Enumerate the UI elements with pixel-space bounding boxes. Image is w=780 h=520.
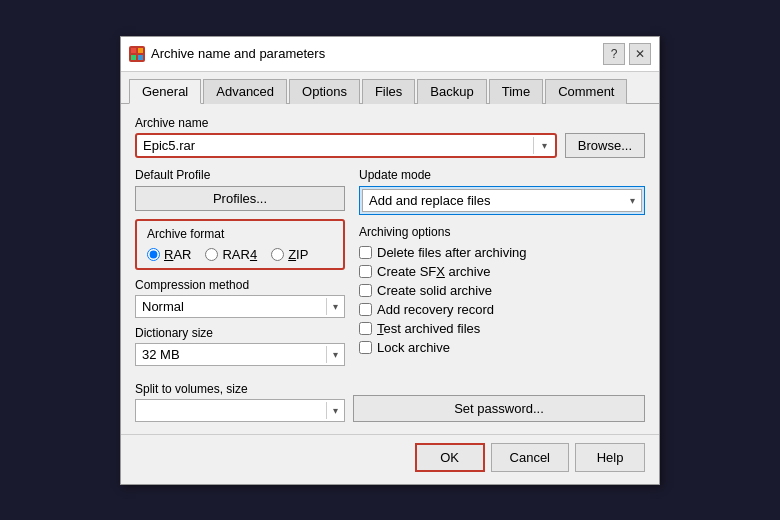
radio-zip-label: ZIP [288,247,308,262]
update-mode-label: Update mode [359,168,645,182]
radio-zip-input[interactable] [271,248,284,261]
tab-backup[interactable]: Backup [417,79,486,104]
tab-general[interactable]: General [129,79,201,104]
svg-rect-2 [131,55,136,60]
archive-name-dropdown-arrow[interactable]: ▾ [533,137,555,154]
archiving-options-section: Archiving options Delete files after arc… [359,225,645,355]
dictionary-label: Dictionary size [135,326,345,340]
split-value [136,400,326,421]
checkbox-create-sfx[interactable] [359,265,372,278]
option-create-solid[interactable]: Create solid archive [359,283,645,298]
title-bar: Archive name and parameters ? ✕ [121,37,659,72]
option-create-solid-label: Create solid archive [377,283,492,298]
compression-select[interactable]: Normal ▾ [135,295,345,318]
archiving-options-label: Archiving options [359,225,645,239]
archive-format-radio-group: RAR RAR4 ZIP [147,247,333,262]
checkbox-lock-archive[interactable] [359,341,372,354]
split-input[interactable]: ▾ [135,399,345,422]
help-icon-btn[interactable]: ? [603,43,625,65]
window-controls: ? ✕ [603,43,651,65]
dialog-buttons: OK Cancel Help [121,434,659,484]
option-lock-archive[interactable]: Lock archive [359,340,645,355]
update-mode-value: Add and replace files [369,193,626,208]
dictionary-value: 32 MB [136,344,326,365]
svg-rect-1 [138,48,143,53]
tab-advanced[interactable]: Advanced [203,79,287,104]
tab-bar: General Advanced Options Files Backup Ti… [121,72,659,104]
update-mode-section: Update mode Add and replace files ▾ [359,168,645,215]
option-delete-files[interactable]: Delete files after archiving [359,245,645,260]
help-button[interactable]: Help [575,443,645,472]
option-create-sfx-label: Create SFX archive [377,264,490,279]
option-test-files-label: Test archived files [377,321,480,336]
default-profile-label: Default Profile [135,168,345,182]
radio-rar4-label: RAR4 [222,247,257,262]
compression-value: Normal [136,296,326,317]
option-delete-files-label: Delete files after archiving [377,245,527,260]
close-button[interactable]: ✕ [629,43,651,65]
app-icon [129,46,145,62]
dictionary-select[interactable]: 32 MB ▾ [135,343,345,366]
compression-section: Compression method Normal ▾ [135,278,345,318]
compression-arrow[interactable]: ▾ [326,298,344,315]
archive-format-box: Archive format RAR RAR4 ZIP [135,219,345,270]
profiles-button[interactable]: Profiles... [135,186,345,211]
default-profile-section: Default Profile Profiles... [135,168,345,211]
tab-options[interactable]: Options [289,79,360,104]
checkbox-delete-files[interactable] [359,246,372,259]
left-column: Default Profile Profiles... Archive form… [135,168,345,374]
dialog: Archive name and parameters ? ✕ General … [120,36,660,485]
checkbox-create-solid[interactable] [359,284,372,297]
compression-label: Compression method [135,278,345,292]
option-create-sfx[interactable]: Create SFX archive [359,264,645,279]
ok-button[interactable]: OK [415,443,485,472]
archive-name-input[interactable] [137,135,533,156]
checkbox-test-files[interactable] [359,322,372,335]
dictionary-arrow[interactable]: ▾ [326,346,344,363]
svg-rect-3 [138,55,143,60]
checkbox-add-recovery[interactable] [359,303,372,316]
dialog-content: Archive name ▾ Browse... Default Profile… [121,104,659,434]
radio-rar-input[interactable] [147,248,160,261]
update-mode-arrow[interactable]: ▾ [630,195,635,206]
bottom-row: Split to volumes, size ▾ Set password...… [135,382,645,422]
browse-button[interactable]: Browse... [565,133,645,158]
option-test-files[interactable]: Test archived files [359,321,645,336]
archive-name-label: Archive name [135,116,557,130]
radio-zip[interactable]: ZIP [271,247,308,262]
tab-comment[interactable]: Comment [545,79,627,104]
update-mode-wrap: Add and replace files ▾ [359,186,645,215]
cancel-button[interactable]: Cancel [491,443,569,472]
archive-format-label: Archive format [147,227,333,241]
right-column: Update mode Add and replace files ▾ Arch… [359,168,645,374]
archive-name-input-wrap: ▾ [135,133,557,158]
dialog-title: Archive name and parameters [151,46,597,61]
radio-rar4-input[interactable] [205,248,218,261]
radio-rar4[interactable]: RAR4 [205,247,257,262]
split-section: Split to volumes, size ▾ [135,382,345,422]
tab-files[interactable]: Files [362,79,415,104]
radio-rar[interactable]: RAR [147,247,191,262]
option-lock-archive-label: Lock archive [377,340,450,355]
radio-rar-label: RAR [164,247,191,262]
option-add-recovery[interactable]: Add recovery record [359,302,645,317]
update-mode-select[interactable]: Add and replace files ▾ [362,189,642,212]
split-label: Split to volumes, size [135,382,345,396]
split-arrow[interactable]: ▾ [326,402,344,419]
archive-name-section: Archive name ▾ [135,116,557,158]
dictionary-section: Dictionary size 32 MB ▾ [135,326,345,366]
set-password-button[interactable]: Set password... [353,395,645,422]
tab-time[interactable]: Time [489,79,543,104]
two-col-layout: Default Profile Profiles... Archive form… [135,168,645,374]
option-add-recovery-label: Add recovery record [377,302,494,317]
svg-rect-0 [131,48,136,53]
